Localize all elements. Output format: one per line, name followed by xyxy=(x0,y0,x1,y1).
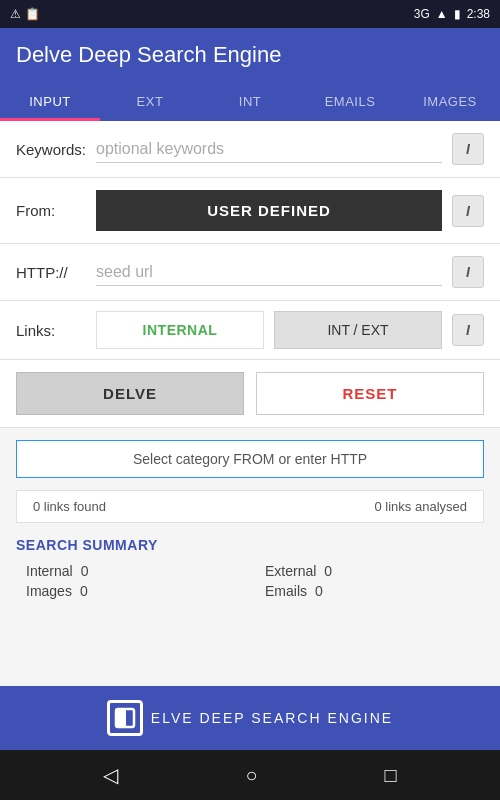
summary-title: SEARCH SUMMARY xyxy=(16,537,484,553)
summary-external: External 0 xyxy=(265,563,484,579)
keywords-input[interactable] xyxy=(96,136,442,163)
links-info-bar: 0 links found 0 links analysed xyxy=(16,490,484,523)
links-analysed-count: 0 links analysed xyxy=(375,499,468,514)
keywords-label: Keywords: xyxy=(16,141,86,158)
user-defined-button[interactable]: USER DEFINED xyxy=(96,190,442,231)
summary-emails: Emails 0 xyxy=(265,583,484,599)
links-label: Links: xyxy=(16,322,86,339)
battery-icon: ▮ xyxy=(454,7,461,21)
internal-link-button[interactable]: INTERNAL xyxy=(96,311,264,349)
tab-bar: INPUT EXT INT EMAILS IMAGES xyxy=(0,82,500,121)
action-row: DELVE RESET xyxy=(0,360,500,428)
svg-rect-1 xyxy=(116,709,126,727)
footer-logo-icon xyxy=(107,700,143,736)
footer-text: ELVE DEEP SEARCH ENGINE xyxy=(151,710,393,726)
content-area: Keywords: I From: USER DEFINED I HTTP://… xyxy=(0,121,500,686)
tab-ext[interactable]: EXT xyxy=(100,82,200,121)
links-found-count: 0 links found xyxy=(33,499,106,514)
tab-images[interactable]: IMAGES xyxy=(400,82,500,121)
warning-icon: ⚠ xyxy=(10,7,21,21)
http-row: HTTP:// I xyxy=(0,244,500,301)
recents-button[interactable]: □ xyxy=(384,764,396,787)
home-button[interactable]: ○ xyxy=(245,764,257,787)
time-display: 2:38 xyxy=(467,7,490,21)
from-label: From: xyxy=(16,202,86,219)
search-summary: SEARCH SUMMARY Internal 0 External 0 Ima… xyxy=(0,523,500,607)
nav-bar: ◁ ○ □ xyxy=(0,750,500,800)
logo-svg xyxy=(114,707,136,729)
app-header: Delve Deep Search Engine xyxy=(0,28,500,82)
keywords-info-button[interactable]: I xyxy=(452,133,484,165)
http-label: HTTP:// xyxy=(16,264,86,281)
app-title: Delve Deep Search Engine xyxy=(16,42,281,67)
clipboard-icon: 📋 xyxy=(25,7,40,21)
back-button[interactable]: ◁ xyxy=(103,763,118,787)
from-info-button[interactable]: I xyxy=(452,195,484,227)
summary-images: Images 0 xyxy=(26,583,245,599)
summary-internal: Internal 0 xyxy=(26,563,245,579)
keywords-row: Keywords: I xyxy=(0,121,500,178)
network-indicator: 3G xyxy=(414,7,430,21)
tab-int[interactable]: INT xyxy=(200,82,300,121)
footer-logo: ELVE DEEP SEARCH ENGINE xyxy=(107,700,393,736)
links-row: Links: INTERNAL INT / EXT I xyxy=(0,301,500,360)
signal-icon: ▲ xyxy=(436,7,448,21)
seed-url-input[interactable] xyxy=(96,259,442,286)
http-info-button[interactable]: I xyxy=(452,256,484,288)
links-info-button[interactable]: I xyxy=(452,314,484,346)
reset-button[interactable]: RESET xyxy=(256,372,484,415)
status-message: Select category FROM or enter HTTP xyxy=(16,440,484,478)
tab-input[interactable]: INPUT xyxy=(0,82,100,121)
from-row: From: USER DEFINED I xyxy=(0,178,500,244)
summary-grid: Internal 0 External 0 Images 0 Emails 0 xyxy=(16,563,484,599)
tab-emails[interactable]: EMAILS xyxy=(300,82,400,121)
int-ext-link-button[interactable]: INT / EXT xyxy=(274,311,442,349)
footer: ELVE DEEP SEARCH ENGINE xyxy=(0,686,500,750)
delve-button[interactable]: DELVE xyxy=(16,372,244,415)
status-bar: ⚠ 📋 3G ▲ ▮ 2:38 xyxy=(0,0,500,28)
